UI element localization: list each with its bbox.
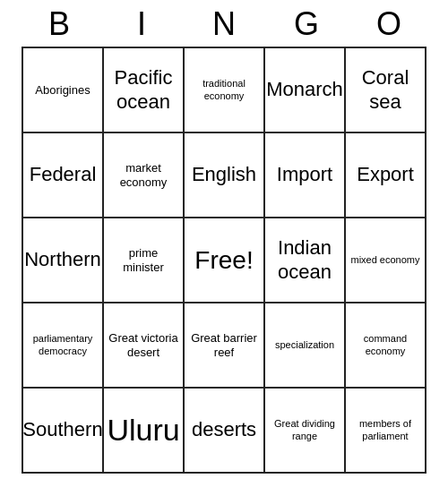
bingo-cell: specialization: [265, 303, 346, 389]
bingo-cell: Northern: [23, 218, 104, 303]
bingo-cell: Pacific ocean: [104, 48, 185, 133]
cell-text: Northern: [24, 248, 101, 271]
bingo-cell: Great dividing range: [265, 389, 346, 474]
cell-text: Monarch: [266, 78, 343, 101]
bingo-cell: deserts: [185, 389, 265, 474]
cell-text: prime minister: [108, 246, 179, 274]
bingo-grid: AboriginesPacific oceantraditional econo…: [22, 47, 426, 474]
bingo-cell: members of parliament: [346, 389, 426, 474]
cell-text: Import: [277, 163, 332, 186]
cell-text: Federal: [30, 163, 97, 186]
bingo-cell: Monarch: [265, 48, 346, 133]
cell-text: Great barrier reef: [188, 331, 260, 359]
cell-text: English: [192, 163, 256, 186]
cell-text: Great dividing range: [269, 418, 340, 441]
bingo-letter: N: [185, 5, 263, 43]
bingo-cell: command economy: [346, 303, 426, 389]
bingo-letter: O: [349, 5, 428, 43]
cell-text: Indian ocean: [269, 236, 340, 284]
cell-text: specialization: [275, 339, 334, 351]
bingo-cell: prime minister: [104, 218, 185, 303]
bingo-cell: mixed economy: [346, 218, 426, 303]
cell-text: members of parliament: [349, 418, 421, 441]
cell-text: Free!: [194, 245, 253, 276]
cell-text: deserts: [192, 418, 256, 441]
bingo-cell: Great barrier reef: [185, 303, 265, 389]
bingo-letter: B: [20, 5, 99, 43]
bingo-cell: Export: [346, 133, 426, 218]
bingo-cell: Indian ocean: [265, 218, 346, 303]
bingo-cell: traditional economy: [185, 48, 265, 133]
bingo-cell: Federal: [23, 133, 104, 218]
cell-text: traditional economy: [188, 78, 260, 101]
cell-text: Export: [357, 163, 414, 186]
bingo-cell: Great victoria desert: [104, 303, 185, 389]
cell-text: Great victoria desert: [108, 331, 179, 359]
bingo-cell: Uluru: [104, 389, 185, 474]
cell-text: parliamentary democracy: [27, 333, 99, 356]
cell-text: Aborigines: [35, 83, 90, 98]
bingo-cell: Southern: [23, 389, 104, 474]
cell-text: Southern: [22, 418, 102, 441]
bingo-cell: Coral sea: [346, 48, 426, 133]
cell-text: Pacific ocean: [108, 66, 179, 114]
bingo-cell: Aborigines: [23, 48, 104, 133]
cell-text: mixed economy: [350, 254, 419, 266]
bingo-letter: I: [102, 5, 181, 43]
bingo-cell: market economy: [104, 133, 185, 218]
bingo-header: BINGO: [18, 0, 430, 47]
cell-text: market economy: [108, 161, 179, 189]
bingo-letter: G: [267, 5, 346, 43]
cell-text: command economy: [349, 333, 421, 356]
cell-text: Coral sea: [349, 66, 421, 114]
bingo-cell: Import: [265, 133, 346, 218]
bingo-cell: English: [185, 133, 265, 218]
bingo-cell: Free!: [185, 218, 265, 303]
cell-text: Uluru: [107, 412, 179, 449]
bingo-cell: parliamentary democracy: [23, 303, 104, 389]
